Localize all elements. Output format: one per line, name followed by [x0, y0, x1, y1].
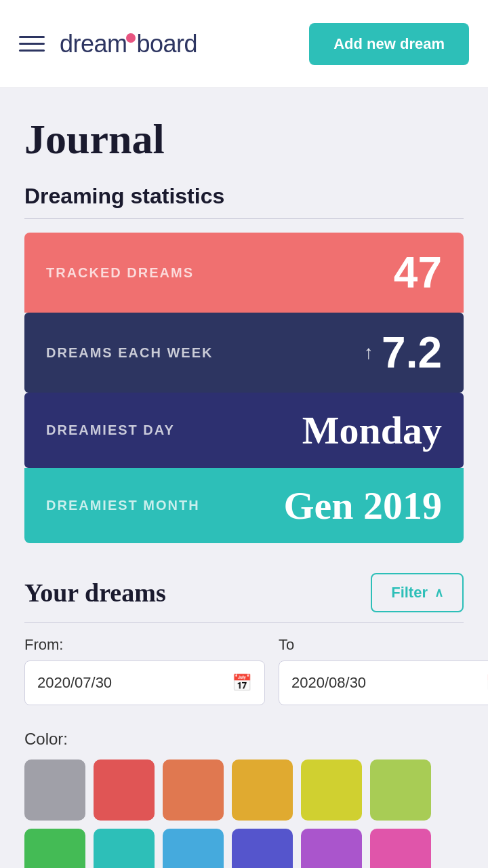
color-label: Color:: [24, 730, 464, 749]
stat-label-month: DREAMIEST MONTH: [46, 498, 200, 513]
color-swatch-9[interactable]: [232, 829, 293, 868]
stat-value-tracked: 47: [394, 248, 442, 298]
filter-label: Filter: [391, 584, 428, 601]
filter-button[interactable]: Filter ∧: [371, 573, 464, 612]
divider-statistics: [24, 218, 464, 219]
color-swatch-3[interactable]: [232, 760, 293, 821]
date-from-group: From: 📅: [24, 636, 265, 705]
logo-text-after: board: [137, 30, 198, 58]
date-row: From: 📅 To 📅: [24, 636, 464, 705]
stat-value-row-week: ↑ 7.2: [364, 328, 442, 378]
stat-value-month: Gen 2019: [283, 483, 442, 528]
app-header: dreamboard Add new dream: [0, 0, 488, 88]
stat-card-tracked-dreams: TRACKED DREAMS 47: [24, 233, 464, 313]
color-swatch-6[interactable]: [24, 829, 85, 868]
color-swatch-7[interactable]: [94, 829, 155, 868]
stat-value-week: 7.2: [382, 328, 442, 378]
hamburger-menu[interactable]: [19, 36, 45, 52]
color-grid: [24, 760, 464, 868]
color-swatch-8[interactable]: [163, 829, 224, 868]
page-title: Journal: [24, 115, 464, 163]
color-swatch-10[interactable]: [301, 829, 362, 868]
stat-label-day: DREAMIEST DAY: [46, 422, 175, 438]
header-left: dreamboard: [19, 30, 197, 58]
statistics-section-title: Dreaming statistics: [24, 184, 464, 209]
stat-card-dreams-week: DREAMS EACH WEEK ↑ 7.2: [24, 313, 464, 393]
stat-cards-container: TRACKED DREAMS 47 DREAMS EACH WEEK ↑ 7.2…: [24, 233, 464, 546]
dreams-header: Your dreams Filter ∧: [24, 573, 464, 612]
stat-value-day: Monday: [302, 408, 442, 453]
from-date-input[interactable]: [37, 674, 224, 692]
color-swatch-1[interactable]: [94, 760, 155, 821]
add-dream-button[interactable]: Add new dream: [309, 23, 469, 65]
to-label: To: [279, 636, 488, 654]
color-swatch-2[interactable]: [163, 760, 224, 821]
to-date-input[interactable]: [291, 674, 478, 692]
calendar-from-icon: 📅: [232, 673, 252, 692]
filter-panel: From: 📅 To 📅 Color: Mood:: [24, 636, 464, 868]
to-input-wrap[interactable]: 📅: [279, 660, 488, 705]
chevron-up-icon: ∧: [434, 585, 443, 600]
color-swatch-5[interactable]: [370, 760, 431, 821]
from-input-wrap[interactable]: 📅: [24, 660, 265, 705]
date-to-group: To 📅: [279, 636, 488, 705]
color-swatch-11[interactable]: [370, 829, 431, 868]
main-content: Journal Dreaming statistics TRACKED DREA…: [0, 88, 488, 868]
from-label: From:: [24, 636, 265, 654]
up-arrow-icon: ↑: [364, 342, 373, 363]
divider-dreams: [24, 622, 464, 623]
color-swatch-4[interactable]: [301, 760, 362, 821]
logo-text-before: dream: [60, 30, 127, 58]
stat-label-tracked: TRACKED DREAMS: [46, 265, 194, 281]
stat-card-dreamiest-month: DREAMIEST MONTH Gen 2019: [24, 468, 464, 543]
stat-card-dreamiest-day: DREAMIEST DAY Monday: [24, 393, 464, 468]
logo-dot: [126, 33, 136, 43]
stat-label-week: DREAMS EACH WEEK: [46, 345, 213, 361]
your-dreams-title: Your dreams: [24, 578, 166, 608]
color-swatch-0[interactable]: [24, 760, 85, 821]
app-logo: dreamboard: [60, 30, 197, 58]
